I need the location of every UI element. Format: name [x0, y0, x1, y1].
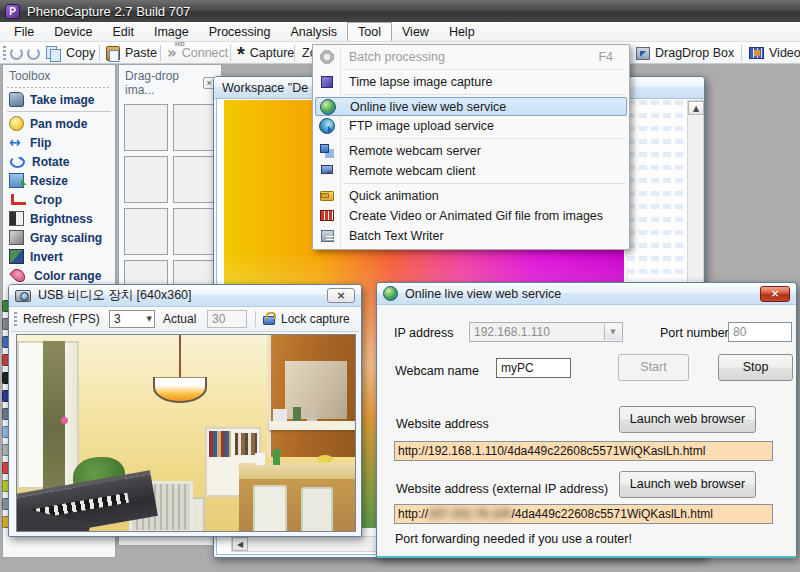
- toolbox-item-color-range[interactable]: Color range: [3, 266, 115, 285]
- router-note: Port forwarding needed if you use a rout…: [395, 532, 632, 546]
- menubar: File Device Edit Image Processing Analys…: [0, 22, 800, 42]
- toolbox-item-invert[interactable]: Invert: [3, 247, 115, 266]
- copy-icon: [46, 46, 61, 61]
- menu-item-batch-text-writer[interactable]: Batch Text Writer: [313, 226, 629, 246]
- start-button[interactable]: Start: [618, 354, 689, 381]
- toolbox-item-flip[interactable]: Flip: [3, 133, 115, 152]
- animation-folder-icon: [320, 191, 334, 201]
- film-icon: [320, 210, 334, 221]
- gear-icon: [319, 49, 335, 65]
- capture-button[interactable]: Capture: [237, 42, 294, 64]
- website-address-external-label: Website address (external IP address): [396, 482, 608, 496]
- globe-icon: [320, 99, 336, 115]
- menu-item-ftp-upload[interactable]: FTP image upload service: [313, 116, 629, 136]
- toolbox-item-gray-scaling[interactable]: Gray scaling: [3, 228, 115, 247]
- resize-icon: [9, 173, 24, 188]
- toolbox-item-brightness[interactable]: Brightness: [3, 209, 115, 228]
- menu-view[interactable]: View: [392, 22, 439, 41]
- paste-button[interactable]: Paste: [106, 42, 157, 64]
- menu-item-remote-webcam-server[interactable]: Remote webcam server: [313, 141, 629, 161]
- webcam-toolbar-grip[interactable]: [14, 312, 17, 326]
- webcam-close-icon[interactable]: ×: [327, 288, 355, 303]
- ftp-globe-icon: [319, 118, 335, 134]
- redo-button[interactable]: [27, 42, 40, 64]
- video-box-icon: [749, 47, 764, 59]
- menu-tool[interactable]: Tool: [347, 22, 392, 41]
- dragdrop-thumbnail[interactable]: [173, 104, 217, 151]
- dragdrop-panel-title: Drag-drop ima...: [125, 69, 203, 97]
- photo-shelf-items: [293, 407, 301, 421]
- webcam-window: USB 비디오 장치 [640x360] × Refresh (FPS) 3 ▼…: [8, 284, 362, 537]
- launch-web-browser-external-button[interactable]: Launch web browser: [619, 471, 756, 498]
- scroll-left-icon[interactable]: ◀: [232, 537, 248, 551]
- toolbox-item-resize[interactable]: Resize: [3, 171, 115, 190]
- dragdrop-thumbnail[interactable]: [124, 156, 168, 203]
- paste-icon: [106, 46, 120, 61]
- photo-shelf-items: [307, 411, 317, 421]
- menu-file[interactable]: File: [4, 22, 44, 41]
- menu-item-quick-animation[interactable]: Quick animation: [313, 186, 629, 206]
- connect-button[interactable]: Connect: [167, 42, 228, 64]
- toolbox-item-crop[interactable]: Crop: [3, 190, 115, 209]
- scroll-up-icon[interactable]: ▲: [688, 101, 704, 115]
- photo-bowl: [317, 455, 333, 463]
- menu-item-batch-processing[interactable]: Batch processing F4: [313, 47, 629, 67]
- dragdrop-thumbnail[interactable]: [173, 208, 217, 255]
- dragdrop-thumbnail[interactable]: [124, 104, 168, 151]
- tool-menu-dropdown: Batch processing F4 Time lapse image cap…: [312, 44, 630, 250]
- menu-item-remote-webcam-client[interactable]: Remote webcam client: [313, 161, 629, 181]
- dragdrop-thumbnail[interactable]: [173, 156, 217, 203]
- lock-capture-button[interactable]: Lock capture: [281, 312, 350, 326]
- refresh-fps-select[interactable]: 3 ▼: [109, 310, 155, 328]
- actual-fps-field: 30: [207, 310, 247, 328]
- server-icon: [320, 144, 329, 153]
- take-image-icon: [9, 92, 24, 107]
- toolbox-item-rotate[interactable]: Rotate: [3, 152, 115, 171]
- capture-icon: [237, 46, 245, 61]
- dialog-close-icon[interactable]: ×: [760, 286, 790, 302]
- menu-item-create-video[interactable]: Create Video or Animated Gif file from i…: [313, 206, 629, 226]
- refresh-fps-label: Refresh (FPS): [23, 312, 100, 326]
- dialog-titlebar[interactable]: Online live view web service ×: [377, 283, 796, 305]
- toolbox-item-take-image[interactable]: Take image: [3, 90, 115, 109]
- photo-books: [235, 433, 257, 455]
- toolbox-item-pan-mode[interactable]: Pan mode: [3, 114, 115, 133]
- toolbar-grip[interactable]: [3, 46, 6, 60]
- crop-icon: [11, 194, 26, 205]
- toolbox-title: Toolbox: [3, 65, 115, 85]
- color-range-icon: [9, 266, 27, 284]
- app-title: PhenoCapture 2.7 Build 707: [27, 4, 190, 19]
- port-number-label: Port number: [660, 326, 729, 340]
- menu-help[interactable]: Help: [439, 22, 485, 41]
- webcam-toolbar: Refresh (FPS) 3 ▼ Actual 30 Lock capture: [11, 307, 359, 332]
- website-address-field[interactable]: http://192.168.1.110/4da449c22608c5571Wi…: [394, 441, 773, 461]
- menu-item-online-live-view[interactable]: Online live view web service: [315, 97, 627, 116]
- video-box-button[interactable]: Video Box: [749, 42, 800, 64]
- lock-icon: [263, 316, 275, 325]
- menu-device[interactable]: Device: [44, 22, 102, 41]
- photo-chair: [301, 487, 333, 532]
- undo-icon: [10, 47, 23, 60]
- app-titlebar[interactable]: P PhenoCapture 2.7 Build 707: [0, 0, 800, 22]
- webcam-title: USB 비디오 장치 [640x360]: [38, 287, 192, 304]
- flip-icon: [9, 135, 24, 150]
- ip-address-label: IP address: [394, 326, 454, 340]
- webcam-name-field[interactable]: myPC: [496, 358, 571, 378]
- gray-scaling-icon: [9, 230, 24, 245]
- shortcut-f4: F4: [598, 50, 621, 64]
- menu-item-time-lapse[interactable]: Time lapse image capture: [313, 72, 629, 92]
- website-address-external-field[interactable]: http://157.202.76.100/4da449c22608c5571W…: [394, 504, 773, 524]
- stop-button[interactable]: Stop: [718, 354, 793, 381]
- menu-edit[interactable]: Edit: [102, 22, 144, 41]
- menu-processing[interactable]: Processing: [199, 22, 281, 41]
- dragdrop-thumbnail[interactable]: [124, 208, 168, 255]
- launch-web-browser-button[interactable]: Launch web browser: [619, 406, 756, 433]
- menu-image[interactable]: Image: [144, 22, 199, 41]
- undo-button[interactable]: [10, 42, 23, 64]
- menu-analysis[interactable]: Analysis: [281, 22, 348, 41]
- dragdrop-box-button[interactable]: DragDrop Box: [636, 42, 734, 64]
- dialog-title: Online live view web service: [405, 287, 561, 301]
- copy-button[interactable]: Copy: [46, 42, 95, 64]
- webcam-titlebar[interactable]: USB 비디오 장치 [640x360] ×: [9, 285, 361, 307]
- webcam-photo: [17, 335, 355, 531]
